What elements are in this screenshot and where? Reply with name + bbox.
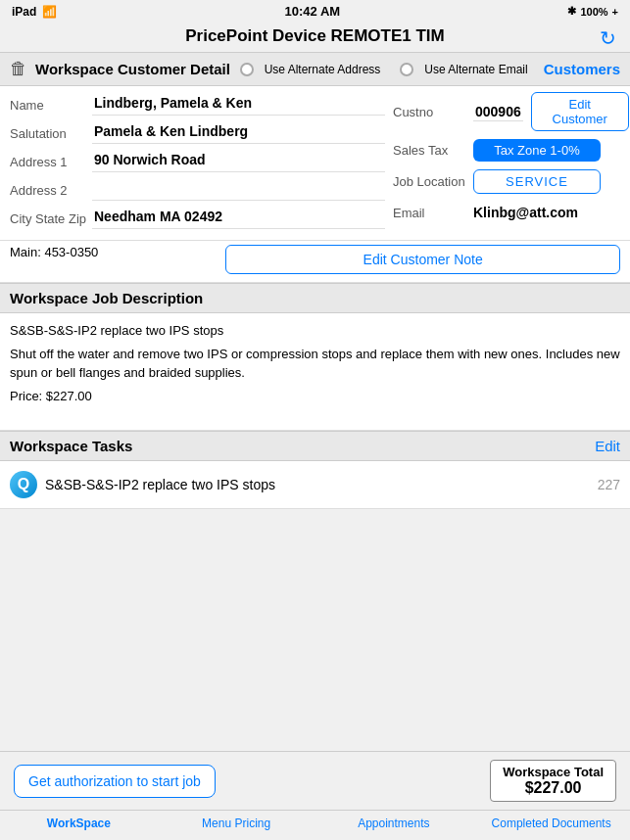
- alternate-email-label: Use Alternate Email: [424, 63, 527, 76]
- email-value: Klinbg@att.com: [473, 205, 578, 220]
- address2-label: Address 2: [10, 183, 92, 198]
- wifi-icon: 📶: [42, 5, 57, 19]
- custno-row: Custno 000906 Edit Customer: [393, 92, 620, 131]
- alternate-address-label: Use Alternate Address: [265, 63, 381, 76]
- custno-label: Custno: [393, 105, 465, 119]
- authorization-button[interactable]: Get authorization to start job: [14, 765, 216, 798]
- citystatezip-value: Needham MA 02492: [92, 208, 385, 229]
- task-icon: Q: [10, 471, 37, 498]
- battery-label: 100%: [580, 6, 607, 18]
- customers-link[interactable]: Customers: [544, 61, 620, 77]
- tab-appointments[interactable]: Appointments: [315, 815, 473, 832]
- joblocation-label: Job Location: [393, 174, 465, 189]
- job-location-button[interactable]: SERVICE: [473, 169, 601, 194]
- bottom-actions: Get authorization to start job Workspace…: [0, 752, 630, 810]
- name-label: Name: [10, 98, 92, 113]
- salutation-value: Pamela & Ken Lindberg: [92, 122, 385, 144]
- title-bar: PricePoint Device REMOTE1 TIM ↻: [0, 23, 630, 52]
- salutation-label: Salutation: [10, 126, 92, 141]
- tab-completed-documents[interactable]: Completed Documents: [472, 815, 630, 832]
- alternate-email-radio[interactable]: [400, 63, 413, 76]
- status-bar: iPad 📶 10:42 AM ✱ 100% +: [0, 0, 630, 23]
- battery-plus-icon: +: [612, 6, 618, 18]
- name-value: Lindberg, Pamela & Ken: [92, 94, 385, 116]
- workspace-total-box: Workspace Total $227.00: [490, 760, 616, 802]
- ipad-label: iPad: [12, 5, 36, 19]
- phone-note-row: Main: 453-0350 Edit Customer Note: [0, 241, 630, 283]
- address2-value: [92, 179, 385, 201]
- bottom-area: Get authorization to start job Workspace…: [0, 751, 630, 840]
- tax-zone-button[interactable]: Tax Zone 1-0%: [473, 139, 601, 162]
- customer-detail-header: 🗑 Workspace Customer Detail Use Alternat…: [0, 52, 630, 86]
- edit-customer-note-button[interactable]: Edit Customer Note: [225, 245, 620, 274]
- citystatezip-row: City State Zip Needham MA 02492: [10, 206, 385, 231]
- salestax-row: Sales Tax Tax Zone 1-0%: [393, 137, 620, 163]
- address1-row: Address 1 90 Norwich Road: [10, 149, 385, 174]
- customer-detail-title: Workspace Customer Detail: [35, 61, 232, 77]
- citystatezip-label: City State Zip: [10, 211, 92, 226]
- status-right: ✱ 100% +: [567, 5, 618, 18]
- alternate-address-radio[interactable]: [240, 63, 254, 76]
- form-grid: Name Lindberg, Pamela & Ken Salutation P…: [10, 92, 620, 234]
- edit-customer-button[interactable]: Edit Customer: [531, 92, 629, 131]
- tab-menu-pricing[interactable]: Menu Pricing: [158, 815, 315, 832]
- name-row: Name Lindberg, Pamela & Ken: [10, 92, 385, 117]
- workspace-total-amount: $227.00: [503, 779, 604, 797]
- task-value: 227: [598, 477, 620, 492]
- workspace-total-label: Workspace Total: [503, 765, 604, 779]
- refresh-button[interactable]: ↻: [600, 26, 616, 50]
- phone-label: Main: 453-0350: [10, 245, 98, 259]
- tasks-header: Workspace Tasks Edit: [0, 431, 630, 461]
- app-title: PricePoint Device REMOTE1 TIM: [185, 26, 445, 45]
- address1-label: Address 1: [10, 155, 92, 169]
- form-left-col: Name Lindberg, Pamela & Ken Salutation P…: [10, 92, 385, 234]
- customer-form: Name Lindberg, Pamela & Ken Salutation P…: [0, 86, 630, 241]
- task-item[interactable]: Q S&SB-S&S-IP2 replace two IPS stops 227: [0, 461, 630, 509]
- trash-icon[interactable]: 🗑: [10, 59, 27, 79]
- address1-value: 90 Norwich Road: [92, 151, 385, 172]
- custno-value: 000906: [473, 103, 523, 121]
- form-right-col: Custno 000906 Edit Customer Sales Tax Ta…: [385, 92, 620, 234]
- salestax-label: Sales Tax: [393, 143, 465, 158]
- task-label: S&SB-S&S-IP2 replace two IPS stops: [45, 477, 590, 492]
- joblocation-row: Job Location SERVICE: [393, 168, 620, 194]
- status-time: 10:42 AM: [285, 4, 341, 19]
- status-left: iPad 📶: [12, 5, 57, 19]
- bluetooth-icon: ✱: [567, 5, 576, 18]
- tasks-edit-link[interactable]: Edit: [595, 438, 620, 454]
- job-description-content: S&SB-S&S-IP2 replace two IPS stops Shut …: [0, 313, 630, 431]
- job-description-line1: S&SB-S&S-IP2 replace two IPS stops: [10, 321, 620, 341]
- email-label: Email: [393, 206, 465, 220]
- tab-bar: WorkSpace Menu Pricing Appointments Comp…: [0, 810, 630, 840]
- job-description-header: Workspace Job Description: [0, 283, 630, 313]
- salutation-row: Salutation Pamela & Ken Lindberg: [10, 120, 385, 146]
- email-row: Email Klinbg@att.com: [393, 200, 620, 225]
- address2-row: Address 2: [10, 177, 385, 203]
- tasks-title: Workspace Tasks: [10, 438, 132, 454]
- tab-workspace[interactable]: WorkSpace: [0, 815, 158, 832]
- job-description-line3: Price: $227.00: [10, 387, 620, 406]
- job-description-line2: Shut off the water and remove two IPS or…: [10, 345, 620, 383]
